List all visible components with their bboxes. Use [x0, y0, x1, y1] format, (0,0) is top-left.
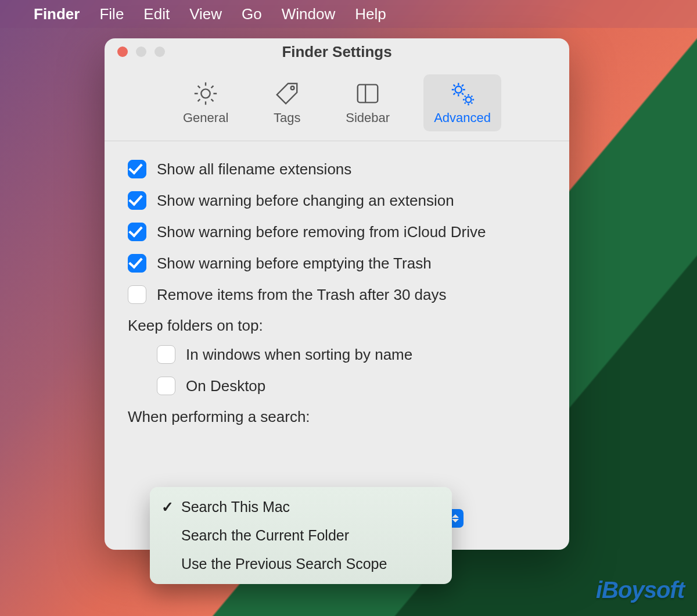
checkbox[interactable]	[128, 191, 146, 210]
finder-settings-window: Finder Settings General Tags Sidebar	[105, 38, 569, 550]
search-option-current-folder[interactable]: Search the Current Folder	[150, 521, 452, 550]
menubar-item-go[interactable]: Go	[242, 5, 262, 23]
tab-label: Advanced	[434, 110, 491, 126]
keep-on-top-label: Keep folders on top:	[128, 317, 546, 335]
menubar-item-view[interactable]: View	[189, 5, 222, 23]
checkbox[interactable]	[157, 377, 175, 395]
check-keep-on-top-windows[interactable]: In windows when sorting by name	[128, 345, 546, 364]
svg-point-5	[466, 97, 472, 103]
checkbox-label: In windows when sorting by name	[186, 346, 412, 364]
check-keep-on-top-desktop[interactable]: On Desktop	[128, 377, 546, 395]
tab-label: Sidebar	[346, 110, 390, 126]
tab-tags[interactable]: Tags	[262, 74, 312, 131]
menubar-item-file[interactable]: File	[99, 5, 124, 23]
minimize-button[interactable]	[136, 46, 146, 57]
traffic-lights	[117, 46, 165, 57]
tab-advanced[interactable]: Advanced	[423, 74, 501, 131]
tab-sidebar[interactable]: Sidebar	[335, 74, 400, 131]
tab-general[interactable]: General	[173, 74, 239, 131]
tag-icon	[272, 80, 301, 107]
check-show-extensions[interactable]: Show all filename extensions	[128, 160, 546, 178]
menubar: Finder File Edit View Go Window Help	[0, 0, 697, 28]
checkbox[interactable]	[128, 285, 146, 304]
check-warn-empty-trash[interactable]: Show warning before emptying the Trash	[128, 254, 546, 273]
search-option-previous-scope[interactable]: Use the Previous Search Scope	[150, 550, 452, 578]
svg-point-4	[455, 87, 462, 94]
window-title: Finder Settings	[282, 43, 391, 61]
checkbox-label: Show warning before changing an extensio…	[157, 192, 454, 210]
advanced-pane: Show all filename extensions Show warnin…	[105, 141, 569, 455]
close-button[interactable]	[117, 46, 128, 57]
check-warn-change-ext[interactable]: Show warning before changing an extensio…	[128, 191, 546, 210]
zoom-button[interactable]	[155, 46, 165, 57]
checkbox-label: On Desktop	[186, 377, 265, 395]
search-scope-label: When performing a search:	[128, 408, 546, 426]
checkbox-label: Show warning before emptying the Trash	[157, 255, 432, 273]
checkbox-label: Remove items from the Trash after 30 day…	[157, 286, 447, 304]
double-gear-icon	[448, 80, 477, 107]
checkbox[interactable]	[128, 223, 146, 241]
check-auto-empty-trash[interactable]: Remove items from the Trash after 30 day…	[128, 285, 546, 304]
gear-icon	[191, 80, 220, 107]
menubar-app-name[interactable]: Finder	[34, 5, 80, 23]
svg-point-0	[201, 89, 210, 98]
menubar-item-edit[interactable]: Edit	[143, 5, 170, 23]
desktop: Finder File Edit View Go Window Help Fin…	[0, 0, 697, 616]
watermark-logo: iBoysoft	[596, 577, 684, 603]
checkbox-label: Show warning before removing from iCloud…	[157, 223, 486, 241]
tab-label: General	[183, 110, 228, 126]
check-warn-icloud-remove[interactable]: Show warning before removing from iCloud…	[128, 223, 546, 241]
svg-point-1	[291, 87, 294, 90]
svg-rect-2	[358, 85, 378, 103]
menubar-item-window[interactable]: Window	[282, 5, 335, 23]
tab-label: Tags	[274, 110, 300, 126]
menubar-item-help[interactable]: Help	[355, 5, 386, 23]
settings-toolbar: General Tags Sidebar	[105, 65, 569, 141]
checkbox[interactable]	[157, 345, 175, 364]
sidebar-icon	[353, 80, 382, 107]
search-option-this-mac[interactable]: Search This Mac	[150, 493, 452, 521]
checkbox[interactable]	[128, 254, 146, 273]
search-scope-popup: Search This Mac Search the Current Folde…	[150, 487, 452, 584]
checkbox[interactable]	[128, 160, 146, 178]
titlebar: Finder Settings	[105, 38, 569, 65]
checkbox-label: Show all filename extensions	[157, 160, 351, 178]
